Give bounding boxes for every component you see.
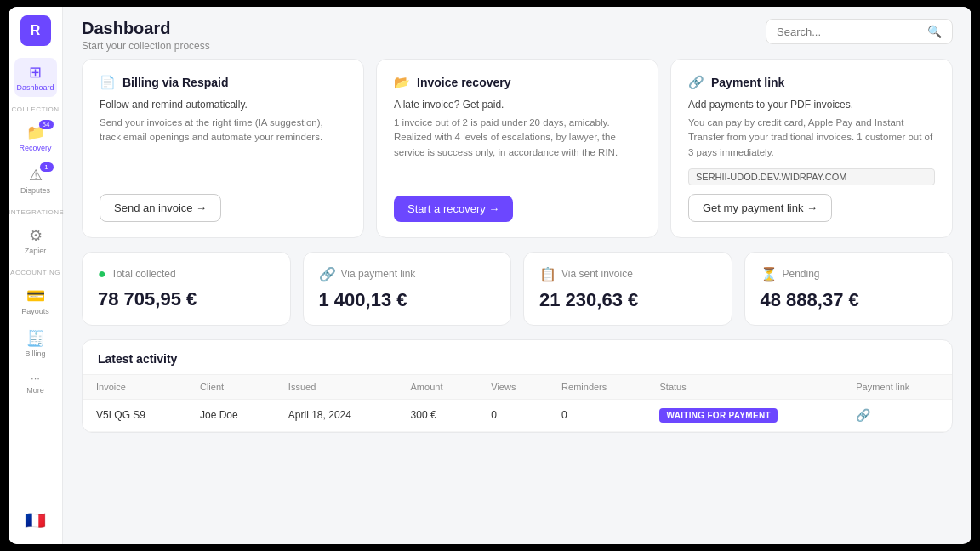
stat-total-collected: ● Total collected 78 705,95 € bbox=[82, 252, 291, 326]
cell-invoice: V5LQG S9 bbox=[83, 399, 186, 431]
stat-pending: ⏳ Pending 48 888,37 € bbox=[744, 252, 954, 326]
recovery-card-icon: 📂 bbox=[394, 75, 410, 90]
language-flag[interactable]: 🇫🇷 bbox=[25, 510, 46, 536]
card-header: 🔗 Payment link bbox=[688, 75, 935, 90]
sidebar-item-recovery[interactable]: 📁 54 Recovery bbox=[14, 118, 57, 157]
dashboard-icon: ⊞ bbox=[29, 63, 42, 82]
sidebar-item-label: Zapier bbox=[25, 247, 47, 255]
payment-link-card-icon: 🔗 bbox=[688, 75, 704, 90]
stat-via-payment-link: 🔗 Via payment link 1 400,13 € bbox=[303, 252, 512, 326]
cell-reminders: 0 bbox=[548, 399, 646, 431]
stat-header: ⏳ Pending bbox=[761, 266, 937, 282]
via-sent-invoice-label: Via sent invoice bbox=[561, 268, 633, 280]
sidebar-item-label: Billing bbox=[25, 349, 45, 358]
via-payment-link-value: 1 400,13 € bbox=[319, 289, 496, 311]
col-invoice: Invoice bbox=[83, 375, 186, 400]
search-input[interactable] bbox=[777, 26, 920, 38]
sidebar-item-more[interactable]: ··· More bbox=[14, 366, 57, 400]
table-row: V5LQG S9 Joe Doe April 18, 2024 300 € 0 … bbox=[83, 399, 952, 431]
stat-via-sent-invoice: 📋 Via sent invoice 21 230,63 € bbox=[523, 252, 732, 326]
col-issued: Issued bbox=[275, 375, 397, 400]
table-header-row: Invoice Client Issued Amount Views Remin… bbox=[83, 375, 952, 400]
sidebar-item-billing[interactable]: 🧾 Billing bbox=[14, 324, 57, 363]
via-sent-invoice-icon: 📋 bbox=[539, 266, 556, 282]
payment-link-card-title: Payment link bbox=[711, 76, 784, 89]
content-area: Dashboard Start your collection process … bbox=[63, 7, 971, 544]
disputes-badge: 1 bbox=[40, 162, 54, 172]
recovery-card-body: 1 invoice out of 2 is paid under 20 days… bbox=[394, 116, 641, 184]
sidebar-section-integrations: INTEGRATIONS bbox=[9, 208, 62, 216]
col-reminders: Reminders bbox=[548, 375, 646, 400]
recovery-badge: 54 bbox=[39, 120, 54, 129]
main-scroll: 📄 Billing via Respaid Follow and remind … bbox=[63, 59, 971, 544]
billing-card-body: Send your invoices at the right time (IA… bbox=[100, 116, 346, 182]
stat-header: 📋 Via sent invoice bbox=[539, 266, 716, 282]
col-amount: Amount bbox=[397, 375, 478, 400]
payment-link-card: 🔗 Payment link Add payments to your PDF … bbox=[670, 59, 953, 238]
card-header: 📂 Invoice recovery bbox=[394, 75, 641, 90]
header-right: 🔍 bbox=[766, 19, 953, 44]
pending-label: Pending bbox=[783, 268, 820, 280]
stat-header: 🔗 Via payment link bbox=[319, 266, 496, 282]
payouts-icon: 💳 bbox=[26, 287, 45, 305]
recovery-card: 📂 Invoice recovery A late invoice? Get p… bbox=[376, 59, 658, 238]
total-collected-label: Total collected bbox=[111, 268, 176, 280]
activity-table-wrap: Invoice Client Issued Amount Views Remin… bbox=[83, 375, 952, 432]
sidebar: R ⊞ Dashboard COLLECTION 📁 54 Recovery ⚠… bbox=[9, 7, 63, 544]
search-icon: 🔍 bbox=[927, 25, 942, 38]
app-logo: R bbox=[20, 15, 51, 46]
payment-link-card-body: You can pay by credit card, Apple Pay an… bbox=[688, 116, 935, 160]
sidebar-section-accounting: ACCOUNTING bbox=[9, 269, 62, 276]
sidebar-item-zapier[interactable]: ⚙ Zapier bbox=[14, 221, 57, 260]
total-collected-icon: ● bbox=[98, 266, 106, 281]
sidebar-item-label: More bbox=[26, 386, 44, 395]
cell-issued: April 18, 2024 bbox=[275, 399, 397, 431]
cell-views: 0 bbox=[477, 399, 548, 431]
via-payment-link-label: Via payment link bbox=[341, 268, 416, 280]
billing-card: 📄 Billing via Respaid Follow and remind … bbox=[82, 59, 364, 238]
sidebar-item-label: Disputes bbox=[20, 186, 50, 195]
activity-table: Invoice Client Issued Amount Views Remin… bbox=[83, 375, 952, 432]
col-status: Status bbox=[646, 375, 842, 400]
cards-row: 📄 Billing via Respaid Follow and remind … bbox=[82, 59, 953, 238]
billing-card-icon: 📄 bbox=[100, 75, 116, 90]
via-sent-invoice-value: 21 230,63 € bbox=[539, 289, 716, 311]
billing-icon: 🧾 bbox=[26, 329, 45, 348]
cell-amount: 300 € bbox=[397, 399, 478, 431]
cell-client: Joe Doe bbox=[186, 399, 275, 431]
col-views: Views bbox=[477, 375, 548, 400]
more-icon: ··· bbox=[31, 372, 40, 384]
status-badge: WAITING FOR PAYMENT bbox=[659, 408, 777, 423]
billing-card-desc: Follow and remind automatically. bbox=[100, 99, 346, 111]
sidebar-item-payouts[interactable]: 💳 Payouts bbox=[14, 281, 57, 321]
start-recovery-button[interactable]: Start a recovery → bbox=[394, 196, 513, 222]
get-payment-link-button[interactable]: Get my payment link → bbox=[688, 194, 832, 222]
stat-header: ● Total collected bbox=[98, 266, 275, 281]
total-collected-value: 78 705,95 € bbox=[98, 288, 275, 310]
recovery-card-desc: A late invoice? Get paid. bbox=[394, 99, 641, 111]
pending-icon: ⏳ bbox=[761, 266, 778, 282]
cell-status: WAITING FOR PAYMENT bbox=[646, 399, 842, 431]
page-subtitle: Start your collection process bbox=[82, 40, 210, 52]
col-payment-link: Payment link bbox=[842, 375, 952, 400]
col-client: Client bbox=[186, 375, 275, 400]
activity-header: Latest activity bbox=[83, 340, 952, 375]
stats-row: ● Total collected 78 705,95 € 🔗 Via paym… bbox=[82, 252, 953, 326]
send-invoice-button[interactable]: Send an invoice → bbox=[100, 194, 221, 222]
payment-link-domain: SERHII-UDOD.DEV.WIDRPAY.COM bbox=[688, 168, 935, 185]
sidebar-item-disputes[interactable]: ⚠ 1 Disputes bbox=[14, 161, 57, 200]
payment-link-icon[interactable]: 🔗 bbox=[856, 408, 870, 422]
sidebar-section-collection: COLLECTION bbox=[9, 105, 62, 113]
zapier-icon: ⚙ bbox=[29, 226, 43, 245]
cell-payment-link[interactable]: 🔗 bbox=[842, 399, 952, 431]
sidebar-item-label: Dashboard bbox=[16, 83, 54, 92]
search-box[interactable]: 🔍 bbox=[766, 19, 953, 44]
header-left: Dashboard Start your collection process bbox=[82, 19, 210, 52]
recovery-card-title: Invoice recovery bbox=[417, 76, 511, 89]
sidebar-item-label: Payouts bbox=[21, 307, 49, 315]
page-header: Dashboard Start your collection process … bbox=[63, 7, 971, 59]
page-title: Dashboard bbox=[82, 19, 210, 38]
payment-link-card-desc: Add payments to your PDF invoices. bbox=[688, 99, 935, 111]
via-payment-link-icon: 🔗 bbox=[319, 266, 336, 282]
sidebar-item-dashboard[interactable]: ⊞ Dashboard bbox=[14, 58, 57, 97]
